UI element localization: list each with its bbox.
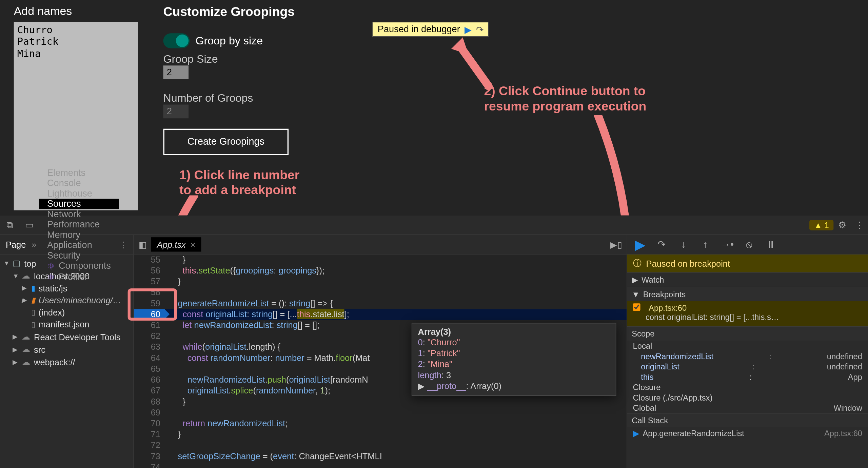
create-groopings-button[interactable]: Create Groopings (163, 129, 289, 155)
gutter-line[interactable]: 69 (134, 407, 165, 418)
devtools-tab-lighthouse[interactable]: Lighthouse (39, 188, 119, 199)
gutter-line[interactable]: 71 (134, 429, 165, 440)
devtools-tab-console[interactable]: Console (39, 178, 119, 188)
gutter-line[interactable]: 62 (134, 331, 165, 342)
navigator-page-tab[interactable]: Page (6, 240, 26, 249)
navigator-more[interactable]: » (32, 240, 36, 249)
callstack-frame[interactable]: ▶App.generateRandomizeList App.tsx:60 (627, 427, 868, 439)
code-line[interactable]: } (165, 276, 627, 287)
more-icon[interactable]: ⋮ (851, 220, 868, 230)
groop-size-label: Groop Size (163, 53, 218, 65)
settings-icon[interactable]: ⚙ (833, 220, 851, 230)
frame-icon: ▢ (13, 258, 21, 268)
device-icon[interactable]: ▭ (20, 220, 39, 230)
step-button[interactable]: →• (720, 239, 734, 250)
tree-item[interactable]: ▶☁ React Developer Tools (0, 330, 133, 343)
tree-item[interactable]: ▶☁ src (0, 343, 133, 355)
step-over-icon[interactable]: ↷ (476, 24, 484, 35)
groop-size-input[interactable] (163, 65, 189, 79)
devtools-tab-security[interactable]: Security (39, 250, 119, 261)
devtools-tab-network[interactable]: Network (39, 209, 119, 219)
code-line[interactable]: this.setState({groopings: groopings}); (165, 265, 627, 276)
code-line[interactable]: return newRandomizedList; (165, 418, 627, 429)
gutter-line[interactable]: 55 (134, 255, 165, 265)
gutter-line[interactable]: 65 (134, 364, 165, 374)
toggle-navigator-icon[interactable]: ◧ (139, 239, 147, 250)
code-line[interactable] (165, 287, 627, 298)
breakpoint-item[interactable]: App.tsx:60 const originalList: string[] … (627, 301, 868, 326)
code-line[interactable]: generateRandomizeList = (): string[] => … (165, 298, 627, 309)
gutter-line[interactable]: 63 (134, 342, 165, 353)
file-tab[interactable]: App.tsx × (151, 237, 201, 251)
cloud-icon: ☁ (22, 344, 30, 355)
breakpoints-section-header[interactable]: ▼ Breakpoints (627, 287, 868, 301)
num-groops-input (163, 105, 189, 119)
gutter-line[interactable]: 74 (134, 462, 165, 468)
groop-by-size-toggle[interactable] (163, 33, 190, 48)
gutter-line[interactable]: 64 (134, 353, 165, 364)
tree-item[interactable]: ▶▮ static/js (0, 282, 133, 294)
gutter-line[interactable]: 70 (134, 418, 165, 429)
scope-section-header[interactable]: Scope (627, 327, 868, 341)
devtools-tab-components[interactable]: ⚛Components (39, 261, 119, 271)
folderb-icon: ▮ (31, 284, 35, 292)
num-groops-label: Number of Groops (163, 92, 253, 104)
code-line[interactable]: } (165, 396, 627, 407)
breakpoint-checkbox[interactable] (633, 303, 640, 311)
devtools-tab-memory[interactable]: Memory (39, 229, 119, 240)
code-line[interactable] (165, 407, 627, 418)
warnings-badge[interactable]: ▲ 1 (810, 220, 834, 230)
watch-section-header[interactable]: ▶ Watch (627, 273, 868, 287)
debugger-column: ▶ ↷ ↓ ↑ →• ⦸ ⏸ ⓘ Paused on breakpoint ▶ … (627, 235, 868, 468)
code-line[interactable]: } (165, 429, 627, 440)
tree-item[interactable]: ▶☁ webpack:// (0, 355, 133, 368)
gutter-line[interactable]: 58 (134, 287, 165, 298)
deactivate-breakpoints-button[interactable]: ⦸ (742, 239, 756, 250)
pause-exceptions-button[interactable]: ⏸ (764, 239, 778, 250)
add-names-label: Add names (14, 5, 72, 18)
step-over-button[interactable]: ↷ (655, 239, 669, 251)
foldero-icon: ▮ (31, 296, 35, 304)
gutter-line[interactable]: 68 (134, 396, 165, 407)
resume-icon[interactable]: ▶ (465, 24, 471, 35)
paused-in-debugger-pill: Paused in debugger ▶ ↷ (373, 22, 489, 37)
code-line[interactable]: setGroopSizeChange = (event: ChangeEvent… (165, 451, 627, 462)
toggle-debugger-icon[interactable]: ▶▯ (610, 239, 622, 250)
devtools-tab-profiler[interactable]: ⚛Profiler (39, 271, 119, 282)
code-line[interactable] (165, 462, 627, 468)
gutter-line[interactable]: 72 (134, 440, 165, 451)
gutter-line[interactable]: 57 (134, 276, 165, 287)
devtools-tab-application[interactable]: Application (39, 240, 119, 250)
gutter-line[interactable]: 60 (134, 309, 165, 320)
code-line[interactable]: } (165, 255, 627, 265)
gutter-line[interactable]: 73 (134, 451, 165, 462)
file-tree[interactable]: ▼▢ top▼☁ localhost:3000▶▮ static/js▶▮ Us… (0, 255, 133, 468)
gutter-line[interactable]: 67 (134, 386, 165, 396)
gutter-line[interactable]: 56 (134, 265, 165, 276)
devtools-tab-performance[interactable]: Performance (39, 219, 119, 230)
code-line[interactable] (165, 440, 627, 451)
gutter-line[interactable]: 66 (134, 374, 165, 385)
inspect-icon[interactable]: ⧉ (0, 220, 20, 230)
devtools-tab-sources[interactable]: Sources (39, 199, 119, 209)
devtools-tab-elements[interactable]: Elements (39, 167, 119, 178)
callstack-section-header[interactable]: Call Stack (627, 414, 868, 428)
navigator-menu-icon[interactable]: ⋮ (119, 239, 127, 250)
file-icon: ▯ (31, 320, 35, 328)
tree-item[interactable]: ▯ (index) (0, 306, 133, 319)
resume-button[interactable]: ▶ (633, 237, 647, 252)
step-into-button[interactable]: ↓ (676, 239, 690, 250)
gutter-line[interactable]: 61 (134, 320, 165, 331)
section-title: Customize Groopings (163, 5, 294, 20)
code-line[interactable]: const originalList: string[] = [...this.… (165, 309, 627, 320)
cloud-icon: ☁ (22, 271, 30, 281)
cloud-icon: ☁ (22, 331, 30, 342)
close-tab-icon[interactable]: × (190, 240, 195, 249)
step-out-button[interactable]: ↑ (698, 239, 712, 250)
tree-item[interactable]: ▶▮ Users/minachuong/… (0, 294, 133, 306)
cloud-icon: ☁ (22, 357, 30, 367)
gutter-line[interactable]: 59 (134, 298, 165, 309)
react-icon: ⚛ (47, 261, 55, 271)
value-tooltip: Array(3) 0: "Churro"1: "Patrick"2: "Mina… (412, 323, 616, 396)
tree-item[interactable]: ▯ manifest.json (0, 318, 133, 330)
